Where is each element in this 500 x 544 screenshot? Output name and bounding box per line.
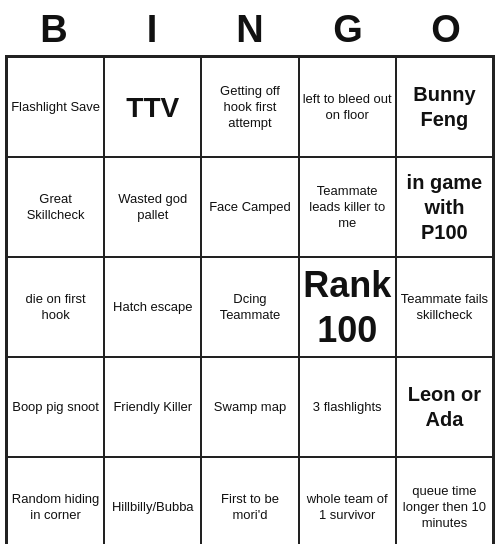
bingo-grid: Flashlight SaveTTVGetting off hook first…	[5, 55, 495, 544]
cell-24: queue time longer then 10 minutes	[396, 457, 493, 544]
cell-21: Hillbilly/Bubba	[104, 457, 201, 544]
title-i: I	[113, 8, 191, 51]
cell-6: Wasted god pallet	[104, 157, 201, 257]
cell-17: Swamp map	[201, 357, 298, 457]
title-n: N	[211, 8, 289, 51]
cell-1: TTV	[104, 57, 201, 157]
cell-8: Teammate leads killer to me	[299, 157, 396, 257]
cell-19: Leon or Ada	[396, 357, 493, 457]
cell-5: Great Skillcheck	[7, 157, 104, 257]
cell-15: Boop pig snoot	[7, 357, 104, 457]
cell-18: 3 flashlights	[299, 357, 396, 457]
cell-11: Hatch escape	[104, 257, 201, 357]
bingo-title: B I N G O	[5, 0, 495, 55]
title-o: O	[407, 8, 485, 51]
cell-10: die on first hook	[7, 257, 104, 357]
cell-2: Getting off hook first attempt	[201, 57, 298, 157]
cell-13: Rank 100	[299, 257, 396, 357]
cell-9: in game with P100	[396, 157, 493, 257]
cell-14: Teammate fails skillcheck	[396, 257, 493, 357]
cell-4: Bunny Feng	[396, 57, 493, 157]
cell-3: left to bleed out on floor	[299, 57, 396, 157]
cell-0: Flashlight Save	[7, 57, 104, 157]
cell-7: Face Camped	[201, 157, 298, 257]
cell-12: Dcing Teammate	[201, 257, 298, 357]
cell-22: First to be mori'd	[201, 457, 298, 544]
cell-23: whole team of 1 survivor	[299, 457, 396, 544]
title-b: B	[15, 8, 93, 51]
title-g: G	[309, 8, 387, 51]
cell-20: Random hiding in corner	[7, 457, 104, 544]
cell-16: Friendly Killer	[104, 357, 201, 457]
